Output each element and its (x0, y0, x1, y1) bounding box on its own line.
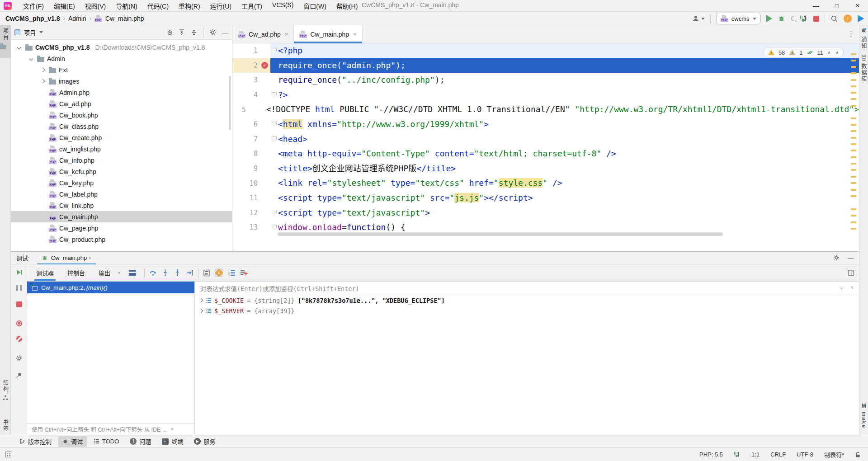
maximize-button[interactable]: □ (826, 0, 847, 12)
gutter-line-8[interactable]: 8 (232, 146, 270, 161)
layout-menu-icon[interactable] (129, 270, 136, 276)
project-panel-title[interactable]: 项目 (24, 28, 36, 37)
debug-button[interactable] (778, 15, 785, 23)
add-watch-icon[interactable] (240, 269, 248, 277)
warning-stripe-mark[interactable] (851, 221, 856, 223)
code-line-10[interactable]: 10<link rel="stylesheet" type="text/css"… (232, 176, 859, 191)
warning-stripe-mark[interactable] (851, 143, 856, 145)
tool-tab-project[interactable]: 项目 (0, 25, 11, 58)
breadcrumb-folder[interactable]: Admin (68, 15, 86, 22)
warning-stripe-mark[interactable] (851, 182, 856, 184)
close-button[interactable]: × (847, 0, 868, 12)
breadcrumb-file[interactable]: Cw_main.php (105, 15, 144, 22)
expand-all-icon[interactable] (179, 29, 185, 36)
stop-button[interactable] (813, 16, 819, 22)
pause-button[interactable] (11, 285, 27, 291)
menu-item-4[interactable]: 代码(C) (142, 1, 174, 10)
warning-stripe-mark[interactable] (851, 60, 856, 61)
gutter-line-2[interactable]: 2✓ (232, 58, 270, 73)
close-output-icon[interactable]: × (118, 270, 121, 276)
menu-item-7[interactable]: 工具(T) (236, 1, 267, 10)
tab-cw-ad[interactable]: Cw_ad.php × (232, 25, 294, 43)
breakpoint-icon[interactable]: ✓ (261, 62, 268, 69)
warning-stripe-mark[interactable] (851, 85, 856, 87)
frames-list-icon[interactable]: 123 (228, 269, 236, 277)
warning-stripe-mark[interactable] (851, 53, 856, 55)
warning-stripe-mark[interactable] (851, 79, 856, 81)
code-line-4[interactable]: 4?> (232, 88, 859, 103)
fold-marker-icon[interactable] (272, 92, 277, 98)
menu-item-5[interactable]: 重构(R) (174, 1, 205, 10)
locate-file-icon[interactable]: ⊕ (167, 28, 173, 37)
fold-marker-icon[interactable] (272, 225, 277, 230)
warning-stripe-mark[interactable] (851, 118, 856, 119)
menu-item-1[interactable]: 编辑(E) (49, 1, 80, 10)
gutter-line-7[interactable]: 7 (232, 132, 270, 147)
close-tab-icon[interactable]: × (285, 31, 288, 38)
gutter-line-1[interactable]: 1 (232, 43, 270, 58)
fold-marker-icon[interactable] (272, 122, 277, 127)
toolwindow-debug[interactable]: 调试 (58, 436, 87, 447)
code-line-3[interactable]: 3require_once("../inc/config.php"); (232, 73, 859, 88)
tab-cw-main[interactable]: Cw_main.php × (294, 25, 362, 43)
php-version[interactable]: PHP: 5.5 (699, 451, 723, 458)
gutter-line-12[interactable]: 12 (232, 206, 270, 221)
minimize-button[interactable]: — (806, 0, 826, 12)
tree-item-Cw_class.php[interactable]: Cw_class.php (11, 121, 232, 132)
evaluate-expression-icon[interactable] (203, 269, 210, 277)
breadcrumb-project[interactable]: CwCMS_php_v1.8 (5, 15, 60, 22)
tree-item-Admin[interactable]: Admin (11, 53, 232, 64)
tree-item-Cw_main.php[interactable]: Cw_main.php (11, 211, 232, 222)
tree-item-Cw_info.php[interactable]: Cw_info.php (11, 155, 232, 166)
code-line-11[interactable]: 11<script type="text/javascript" src="js… (232, 191, 859, 206)
warning-stripe-mark[interactable] (851, 176, 856, 178)
fold-marker-icon[interactable] (272, 136, 277, 142)
menu-item-6[interactable]: 运行(U) (205, 1, 236, 10)
warning-stripe-mark[interactable] (851, 189, 856, 191)
search-everywhere-icon[interactable] (830, 15, 838, 23)
tree-item-Cw_ad.php[interactable]: Cw_ad.php (11, 98, 232, 109)
warning-stripe-mark[interactable] (851, 92, 856, 94)
tree-item-Admin.php[interactable]: Admin.php (11, 87, 232, 98)
close-session-icon[interactable]: × (88, 255, 91, 261)
code-line-7[interactable]: 7<head> (232, 132, 859, 147)
layout-settings-icon[interactable] (848, 269, 854, 276)
warning-stripe-mark[interactable] (851, 66, 856, 68)
tool-window-switcher-icon[interactable] (5, 452, 11, 457)
gutter-line-6[interactable]: 6 (232, 117, 270, 132)
tree-item-Cw_create.php[interactable]: Cw_create.php (11, 132, 232, 143)
toolbox-icon[interactable] (857, 15, 864, 22)
warning-stripe-mark[interactable] (851, 169, 856, 171)
listen-debug-connections-icon[interactable] (800, 14, 808, 23)
toolwindow-todo[interactable]: TODO (90, 437, 123, 446)
step-over-icon[interactable] (149, 269, 157, 277)
tree-item-Cw_kefu.php[interactable]: Cw_kefu.php (11, 166, 232, 177)
warning-stripe-mark[interactable] (851, 150, 856, 151)
toolwindow-problems[interactable]: ! 问题 (126, 436, 155, 447)
mute-breakpoints-button[interactable] (11, 336, 27, 342)
tool-tab-notifications[interactable]: 通知 (859, 28, 868, 49)
tool-tab-database[interactable]: 数据库 (859, 55, 868, 82)
menu-item-10[interactable]: 帮助(H) (331, 1, 363, 10)
code-line-2[interactable]: 2✓require_once("admin.php"); (232, 58, 859, 73)
menu-item-2[interactable]: 视图(V) (80, 1, 111, 10)
prev-problem-icon[interactable]: ∧ (827, 50, 831, 56)
run-configuration-select[interactable]: cwcms (716, 13, 761, 24)
code-line-6[interactable]: 6<html xmlns="http://www.w3.org/1999/xht… (232, 117, 859, 132)
warning-stripe-mark[interactable] (851, 137, 856, 139)
step-out-icon[interactable] (174, 269, 181, 277)
tool-tab-structure[interactable]: 结构 (0, 377, 11, 403)
warning-stripe-mark[interactable] (851, 156, 856, 158)
gutter-line-5[interactable]: 5 (232, 102, 259, 117)
tab-options-icon[interactable]: ⋮ (848, 30, 854, 38)
tree-item-Cw_page.php[interactable]: Cw_page.php (11, 222, 232, 234)
warning-stripe-mark[interactable] (851, 163, 856, 165)
toolwindow-version-control[interactable]: 版本控制 (15, 436, 56, 447)
user-account-icon[interactable] (692, 15, 705, 22)
tree-item-Cw_label.php[interactable]: Cw_label.php (11, 188, 232, 200)
show-values-inline-toggle[interactable]: C (215, 268, 223, 277)
variable-row-$_SERVER[interactable]: $_SERVER = {array[39]} (195, 306, 859, 316)
fold-marker-icon[interactable] (272, 210, 277, 216)
tree-item-Cw_key.php[interactable]: Cw_key.php (11, 177, 232, 188)
fold-marker-icon[interactable] (272, 48, 277, 54)
